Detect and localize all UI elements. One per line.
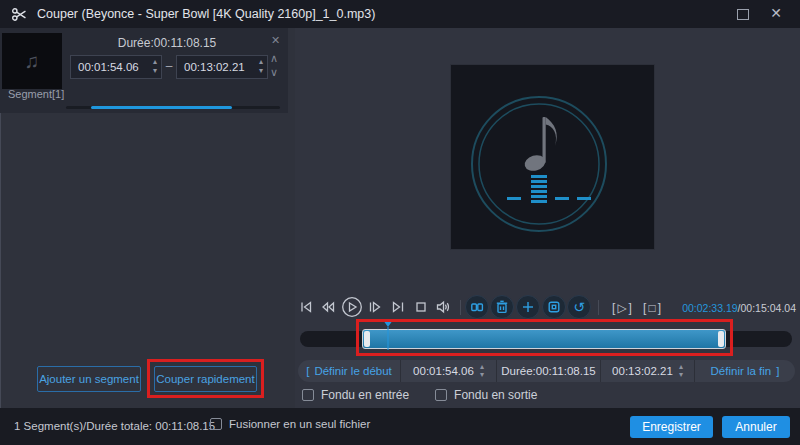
segment-delete-icon[interactable]: ✕ [271, 34, 280, 47]
divider [460, 300, 461, 315]
range-dash: – [162, 59, 176, 73]
total-time: /00:15:04.04 [738, 302, 796, 314]
fade-in-option[interactable]: Fondu en entrée [302, 388, 409, 402]
trim-end-value: 00:13:02.21 [612, 365, 673, 377]
time-display: 00:02:33.19/00:15:04.04 [682, 302, 796, 314]
transport-bar: ↺ [▷] [□] 00:02:33.19/00:15:04.04 [295, 294, 798, 322]
trim-duration-label: Durée:00:11:08.15 [496, 360, 600, 382]
stop-segment-button[interactable]: [□] [639, 299, 665, 316]
chevron-down-icon[interactable]: ∨ [270, 66, 278, 79]
cut-dialog-window: Couper (Beyonce - Super Bowl [4K Quality… [0, 0, 800, 445]
audio-preview-art [450, 64, 655, 250]
split-segment-button[interactable] [465, 295, 489, 319]
fade-options: Fondu en entrée Fondu en sortie [302, 388, 537, 402]
volume-icon[interactable] [435, 299, 451, 315]
segment-name-label: Segment[1] [8, 88, 64, 100]
set-end-button[interactable]: Définir la fin ] [694, 360, 795, 382]
trim-start-input[interactable]: 00:01:54.06 ▴ ▾ [400, 360, 496, 382]
music-note-artwork [451, 65, 654, 249]
segment-end-value: 00:13:02.21 [184, 61, 245, 73]
step-forward-icon[interactable] [367, 299, 383, 315]
music-notes-icon: ♫ [25, 50, 40, 73]
trim-start-spinner[interactable]: ▴ ▾ [480, 363, 484, 379]
reset-button[interactable]: ↺ [567, 295, 591, 319]
quick-cut-button[interactable]: Couper rapidement [154, 366, 257, 392]
spin-down-icon[interactable]: ▾ [153, 66, 157, 75]
reset-icon: ↺ [573, 300, 585, 314]
set-end-label: Définir la fin [711, 365, 772, 377]
trim-bar: [ Définir le début 00:01:54.06 ▴ ▾ Durée… [298, 360, 795, 382]
copy-segment-button[interactable] [542, 295, 566, 319]
segment-mini-timeline-fill [91, 106, 232, 109]
spin-up-icon[interactable]: ▴ [153, 57, 157, 66]
add-segment-button[interactable]: Ajouter un segment [37, 366, 141, 392]
scissors-icon [11, 6, 28, 23]
window-title: Couper (Beyonce - Super Bowl [4K Quality… [37, 7, 375, 21]
merge-label: Fusionner en un seul fichier [229, 418, 370, 430]
segment-panel: ♫ Durée:00:11:08.15 00:01:54.06 ▴ ▾ – 00… [0, 28, 288, 113]
current-time: 00:02:33.19 [682, 302, 737, 314]
footer-bar: 1 Segment(s)/Durée totale: 00:11:08.15 F… [0, 408, 800, 445]
play-segment-button[interactable]: [▷] [609, 299, 635, 316]
play-icon[interactable] [341, 296, 363, 318]
merge-checkbox[interactable] [210, 418, 222, 430]
playhead-line [387, 327, 389, 350]
fade-in-label: Fondu en entrée [321, 388, 409, 402]
segment-thumbnail[interactable]: ♫ [2, 33, 62, 89]
set-start-label: Définir le début [314, 365, 391, 377]
segment-summary: 1 Segment(s)/Durée totale: 00:11:08.15 [14, 420, 215, 432]
segment-mini-timeline [66, 106, 280, 109]
segment-start-input[interactable]: 00:01:54.06 ▴ ▾ [70, 55, 162, 79]
segment-end-input[interactable]: 00:13:02.21 ▴ ▾ [176, 55, 268, 79]
delete-segment-button[interactable] [490, 295, 514, 319]
add-segment-icon-button[interactable] [516, 295, 540, 319]
divider [598, 300, 599, 315]
segment-duration-label: Durée:00:11:08.15 [64, 36, 270, 50]
timeline-selection[interactable] [362, 329, 726, 349]
play-segment-icon: ▷ [617, 301, 626, 315]
skip-start-icon[interactable] [298, 299, 314, 315]
save-button[interactable]: Enregistrer [630, 416, 713, 438]
trim-end-spinner[interactable]: ▴ ▾ [679, 363, 683, 379]
fade-in-checkbox[interactable] [302, 389, 314, 401]
cancel-button[interactable]: Annuler [722, 416, 790, 438]
chevron-up-icon[interactable]: ∧ [270, 52, 278, 65]
trim-start-value: 00:01:54.06 [413, 365, 474, 377]
close-button[interactable]: ✕ [770, 5, 782, 21]
trim-end-input[interactable]: 00:13:02.21 ▴ ▾ [600, 360, 694, 382]
segment-start-spinner[interactable]: ▴ ▾ [153, 57, 157, 75]
spin-up-icon[interactable]: ▴ [259, 57, 263, 66]
stop-icon[interactable] [413, 299, 429, 315]
rewind-icon[interactable] [320, 299, 336, 315]
titlebar: Couper (Beyonce - Super Bowl [4K Quality… [0, 0, 800, 28]
fade-out-checkbox[interactable] [435, 389, 447, 401]
playhead-marker[interactable] [383, 320, 393, 327]
trim-start-handle[interactable] [364, 331, 370, 347]
fade-out-label: Fondu en sortie [454, 388, 537, 402]
stop-segment-icon: □ [648, 301, 655, 315]
set-start-button[interactable]: [ Définir le début [298, 360, 400, 382]
trim-end-handle[interactable] [718, 331, 724, 347]
maximize-button[interactable] [737, 9, 749, 20]
fade-out-option[interactable]: Fondu en sortie [435, 388, 537, 402]
merge-option[interactable]: Fusionner en un seul fichier [210, 418, 370, 430]
segment-end-spinner[interactable]: ▴ ▾ [259, 57, 263, 75]
spin-down-icon[interactable]: ▾ [480, 371, 484, 379]
spin-down-icon[interactable]: ▾ [679, 371, 683, 379]
spin-down-icon[interactable]: ▾ [259, 66, 263, 75]
segment-start-value: 00:01:54.06 [78, 61, 139, 73]
skip-end-icon[interactable] [390, 299, 406, 315]
